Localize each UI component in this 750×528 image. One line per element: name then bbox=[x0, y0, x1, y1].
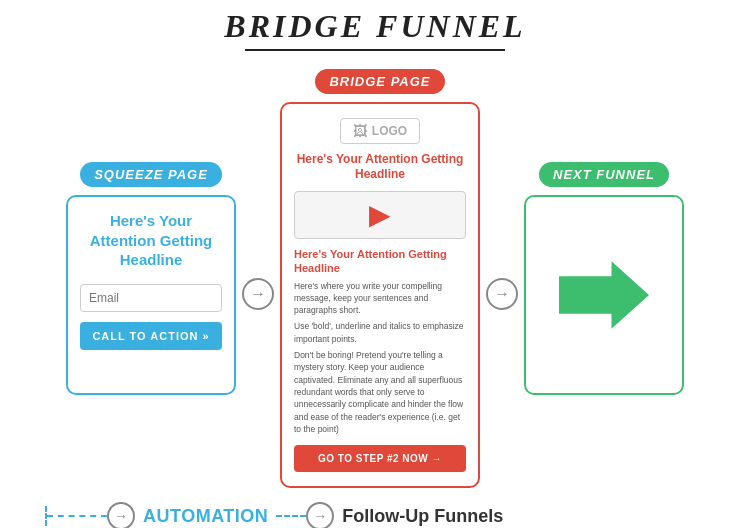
bottom-arrow-2: → bbox=[306, 502, 334, 528]
dashed-line-1 bbox=[47, 515, 107, 517]
next-section: NEXT FUNNEL bbox=[524, 162, 684, 395]
bridge-body-1: Here's where you write your compelling m… bbox=[294, 280, 466, 317]
bridge-cta-button[interactable]: GO TO STEP #2 NOW → bbox=[294, 445, 466, 472]
arrow-2: → bbox=[486, 278, 518, 310]
bottom-row: → AUTOMATION → Follow-Up Funnels bbox=[15, 502, 735, 528]
dashed-line-2 bbox=[276, 515, 306, 517]
bridge-body-3: Don't be boring! Pretend you're telling … bbox=[294, 349, 466, 435]
squeeze-cta-button[interactable]: CALL TO ACTION » bbox=[80, 322, 222, 350]
bridge-body-2: Use 'bold', underline and italics to emp… bbox=[294, 320, 466, 345]
bridge-label: BRIDGE PAGE bbox=[315, 69, 444, 94]
squeeze-section: SQUEEZE PAGE Here's Your Attention Getti… bbox=[66, 162, 236, 395]
video-box: ▶ bbox=[294, 191, 466, 239]
title-underline bbox=[245, 49, 505, 51]
bridge-section: BRIDGE PAGE 🖼 LOGO Here's Your Attention… bbox=[280, 69, 480, 489]
logo-box: 🖼 LOGO bbox=[340, 118, 420, 144]
svg-marker-0 bbox=[559, 261, 649, 329]
logo-text: LOGO bbox=[372, 124, 407, 138]
play-icon: ▶ bbox=[369, 198, 391, 231]
green-arrow-icon bbox=[559, 255, 649, 335]
bridge-card: 🖼 LOGO Here's Your Attention Getting Hea… bbox=[280, 102, 480, 489]
next-card bbox=[524, 195, 684, 395]
page-title: BRIDGE FUNNEL bbox=[15, 8, 735, 45]
arrow-1: → bbox=[242, 278, 274, 310]
squeeze-headline: Here's Your Attention Getting Headline bbox=[80, 211, 222, 270]
bottom-arrow-1: → bbox=[107, 502, 135, 528]
image-icon: 🖼 bbox=[353, 123, 367, 139]
email-input[interactable] bbox=[80, 284, 222, 312]
squeeze-label: SQUEEZE PAGE bbox=[80, 162, 222, 187]
bridge-headline: Here's Your Attention Getting Headline bbox=[294, 152, 466, 183]
page-container: BRIDGE FUNNEL SQUEEZE PAGE Here's Your A… bbox=[5, 0, 745, 528]
automation-label: AUTOMATION bbox=[143, 506, 268, 527]
next-label: NEXT FUNNEL bbox=[539, 162, 669, 187]
bridge-body: Here's where you write your compelling m… bbox=[294, 280, 466, 436]
bridge-subheadline: Here's Your Attention Getting Headline bbox=[294, 247, 466, 276]
funnel-row: SQUEEZE PAGE Here's Your Attention Getti… bbox=[15, 69, 735, 489]
followup-label: Follow-Up Funnels bbox=[342, 506, 503, 527]
squeeze-card: Here's Your Attention Getting Headline C… bbox=[66, 195, 236, 395]
